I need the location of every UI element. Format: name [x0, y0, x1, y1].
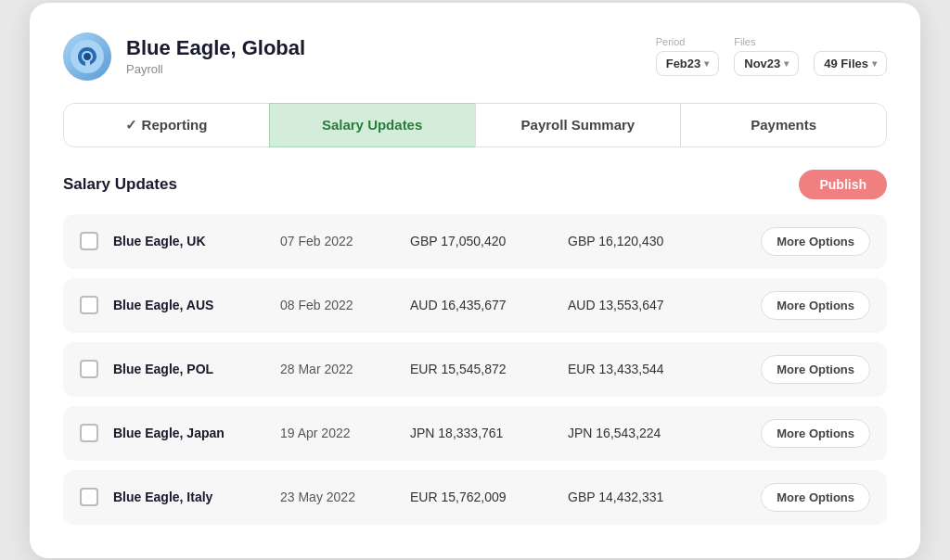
- period-dropdown[interactable]: Feb23 ▾: [656, 51, 720, 76]
- table-row: Blue Eagle, Italy 23 May 2022 EUR 15,762…: [63, 470, 887, 525]
- salary-updates-list: Blue Eagle, UK 07 Feb 2022 GBP 17,050,42…: [63, 214, 887, 525]
- tab-reporting[interactable]: Reporting: [63, 103, 270, 147]
- company-logo: [63, 32, 111, 81]
- more-options-button-0[interactable]: More Options: [761, 227, 870, 256]
- more-options-button-1[interactable]: More Options: [761, 291, 870, 320]
- row-amount2-4: GBP 14,432,331: [568, 490, 761, 504]
- table-row: Blue Eagle, AUS 08 Feb 2022 AUD 16,435,6…: [63, 278, 887, 333]
- files-value: Nov23: [744, 57, 780, 70]
- row-date-0: 07 Feb 2022: [280, 234, 410, 248]
- row-amount1-0: GBP 17,050,420: [410, 234, 568, 248]
- row-amount1-4: EUR 15,762,009: [410, 490, 568, 504]
- period-value: Feb23: [666, 57, 701, 70]
- files-chevron-icon: ▾: [784, 58, 789, 69]
- count-value: 49 Files: [824, 57, 868, 70]
- count-chevron-icon: ▾: [872, 58, 877, 69]
- header-right: Period Feb23 ▾ Files Nov23 ▾ 49 Files ▾: [656, 36, 887, 76]
- files-label: Files: [734, 36, 799, 47]
- publish-button[interactable]: Publish: [799, 170, 887, 199]
- company-subtitle: Payroll: [126, 62, 305, 76]
- header-left: Blue Eagle, Global Payroll: [63, 32, 305, 81]
- row-date-4: 23 May 2022: [280, 490, 410, 504]
- tab-payroll-summary[interactable]: Payroll Summary: [475, 103, 682, 147]
- tab-payments[interactable]: Payments: [680, 103, 887, 147]
- row-checkbox-4[interactable]: [80, 488, 98, 506]
- table-row: Blue Eagle, Japan 19 Apr 2022 JPN 18,333…: [63, 406, 887, 461]
- row-name-3: Blue Eagle, Japan: [113, 426, 280, 440]
- row-amount2-0: GBP 16,120,430: [568, 234, 761, 248]
- more-options-button-3[interactable]: More Options: [761, 419, 870, 448]
- period-filter-group: Period Feb23 ▾: [656, 36, 720, 76]
- more-options-button-4[interactable]: More Options: [761, 483, 870, 512]
- files-filter-group: Files Nov23 ▾: [734, 36, 799, 76]
- row-checkbox-1[interactable]: [80, 296, 98, 314]
- count-label-empty: [814, 36, 887, 47]
- row-name-1: Blue Eagle, AUS: [113, 298, 280, 312]
- section-title: Salary Updates: [63, 175, 177, 194]
- row-checkbox-2[interactable]: [80, 360, 98, 378]
- row-amount2-2: EUR 13,433,544: [568, 362, 761, 376]
- row-checkbox-3[interactable]: [80, 424, 98, 442]
- row-amount2-1: AUD 13,553,647: [568, 298, 761, 312]
- header: Blue Eagle, Global Payroll Period Feb23 …: [63, 32, 887, 81]
- row-checkbox-0[interactable]: [80, 232, 98, 250]
- tab-bar: Reporting Salary Updates Payroll Summary…: [63, 103, 887, 147]
- row-date-3: 19 Apr 2022: [280, 426, 410, 440]
- main-card: Blue Eagle, Global Payroll Period Feb23 …: [30, 3, 920, 558]
- row-date-2: 28 Mar 2022: [280, 362, 410, 376]
- row-amount1-3: JPN 18,333,761: [410, 426, 568, 440]
- more-options-button-2[interactable]: More Options: [761, 355, 870, 384]
- row-amount1-1: AUD 16,435,677: [410, 298, 568, 312]
- row-name-0: Blue Eagle, UK: [113, 234, 280, 248]
- company-name: Blue Eagle, Global: [126, 36, 305, 60]
- row-amount1-2: EUR 15,545,872: [410, 362, 568, 376]
- tab-salary-updates[interactable]: Salary Updates: [269, 103, 476, 147]
- count-dropdown[interactable]: 49 Files ▾: [814, 51, 887, 76]
- section-header: Salary Updates Publish: [63, 170, 887, 199]
- row-name-4: Blue Eagle, Italy: [113, 490, 280, 504]
- count-filter-group: 49 Files ▾: [814, 36, 887, 76]
- period-chevron-icon: ▾: [704, 58, 709, 69]
- files-dropdown[interactable]: Nov23 ▾: [734, 51, 799, 76]
- table-row: Blue Eagle, UK 07 Feb 2022 GBP 17,050,42…: [63, 214, 887, 269]
- period-label: Period: [656, 36, 720, 47]
- row-amount2-3: JPN 16,543,224: [568, 426, 761, 440]
- table-row: Blue Eagle, POL 28 Mar 2022 EUR 15,545,8…: [63, 342, 887, 397]
- company-info: Blue Eagle, Global Payroll: [126, 36, 305, 76]
- row-date-1: 08 Feb 2022: [280, 298, 410, 312]
- row-name-2: Blue Eagle, POL: [113, 362, 280, 376]
